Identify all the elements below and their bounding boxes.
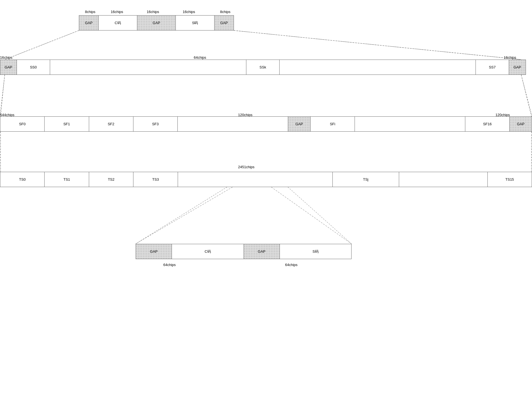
- svg-line-8: [5, 30, 79, 60]
- bar5-seg-gap2: GAP: [244, 244, 280, 259]
- svg-line-1: [234, 30, 521, 60]
- bar1: GAP C码 GAP S码 GAP: [79, 15, 234, 30]
- svg-line-15: [271, 187, 352, 244]
- bar4-seg-tsj: TSj: [333, 172, 399, 187]
- svg-line-0: [5, 30, 79, 60]
- bar1-seg-gap3: GAP: [215, 16, 234, 30]
- bar3-seg-sf16: SF16: [465, 117, 510, 131]
- bar3-seg-sf2: SF2: [89, 117, 133, 131]
- bar4-seg-ts15: TS15: [488, 172, 532, 187]
- bar4-seg-ts2: TS2: [89, 172, 133, 187]
- bar2: GAP SS0 SSk SS7 GAP: [0, 60, 526, 75]
- bar4-seg-empty2: [399, 172, 488, 187]
- bar1-label-8chips-right: 8chips: [220, 10, 231, 14]
- svg-line-6: [136, 187, 227, 244]
- bar3-seg-empty2: [355, 117, 465, 131]
- bar2-seg-ssk: SSk: [246, 60, 280, 75]
- bar4: TS0 TS1 TS2 TS3 TSj TS15: [0, 172, 532, 187]
- bar2-label-64chips: 64chips: [194, 55, 206, 60]
- bar2-seg-ss7: SS7: [476, 60, 509, 75]
- bar5-label-64chips-2: 64chips: [285, 263, 298, 267]
- bar1-seg-gap1: GAP: [79, 16, 99, 30]
- bar1-seg-c: C码: [99, 16, 137, 30]
- bar2-seg-gap1: GAP: [0, 60, 17, 75]
- bar3-seg-empty1: [178, 117, 288, 131]
- bar3-seg-gap2: GAP: [510, 117, 532, 131]
- bar2-label-16chips-left: 16chips: [0, 55, 12, 60]
- bar4-seg-ts0: TS0: [0, 172, 45, 187]
- svg-line-14: [136, 187, 233, 244]
- bar2-seg-empty1: [50, 60, 246, 75]
- bar3-seg-sf3: SF3: [133, 117, 178, 131]
- bar3: SF0 SF1 SF2 SF3 GAP SFi SF16 GAP: [0, 116, 532, 132]
- bar1-label-16chips-3: 16chips: [183, 10, 195, 14]
- bar5-seg-c: C码: [172, 244, 244, 259]
- bar1-label-16chips-2: 16chips: [147, 10, 159, 14]
- bar1-label-8chips-left: 8chips: [85, 10, 95, 14]
- bar2-seg-ss0: SS0: [17, 60, 50, 75]
- bar4-seg-ts3: TS3: [133, 172, 178, 187]
- diagram-container: 8chips 16chips 16chips 16chips 8chips GA…: [0, 0, 532, 396]
- bar4-seg-ts1: TS1: [45, 172, 89, 187]
- bar3-seg-sfi: SFi: [311, 117, 355, 131]
- bar3-seg-sf1: SF1: [45, 117, 89, 131]
- svg-line-11: [521, 75, 531, 116]
- bar5-seg-s: S码: [280, 244, 351, 259]
- bar2-label-16chips-right: 16chips: [504, 55, 516, 60]
- bar2-seg-gap2: GAP: [509, 60, 526, 75]
- bar5-label-64chips-1: 64chips: [163, 263, 176, 267]
- svg-line-2: [0, 75, 5, 116]
- svg-line-10: [1, 75, 5, 116]
- bar5: GAP C码 GAP S码: [136, 244, 352, 259]
- bar2-seg-empty2: [280, 60, 476, 75]
- bar1-seg-gap2: GAP: [137, 16, 176, 30]
- bar3-seg-gap1: GAP: [288, 117, 311, 131]
- bar5-seg-gap1: GAP: [136, 244, 172, 259]
- bar1-label-16chips-1: 16chips: [111, 10, 123, 14]
- bar1-seg-s: S码: [176, 16, 215, 30]
- svg-line-7: [288, 187, 352, 244]
- svg-line-3: [521, 75, 532, 116]
- bar4-label-2451chips: 2451chips: [238, 165, 254, 169]
- bar4-seg-empty1: [178, 172, 333, 187]
- svg-line-9: [234, 30, 521, 60]
- bar3-seg-sf0: SF0: [0, 117, 45, 131]
